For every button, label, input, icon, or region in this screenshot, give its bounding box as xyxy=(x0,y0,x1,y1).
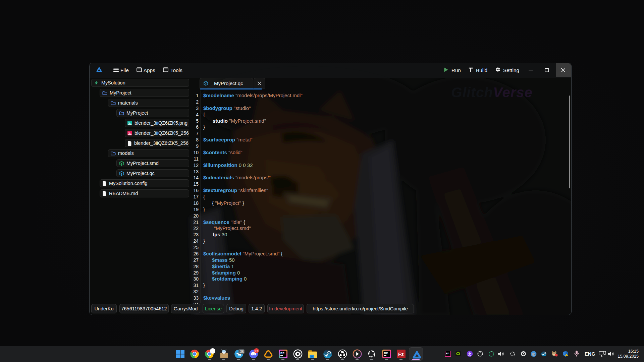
svg-text:Fz: Fz xyxy=(398,351,404,357)
svg-text:RD: RD xyxy=(446,352,449,355)
svg-text:RR: RR xyxy=(280,352,284,355)
svg-text:RD: RD xyxy=(384,352,388,355)
